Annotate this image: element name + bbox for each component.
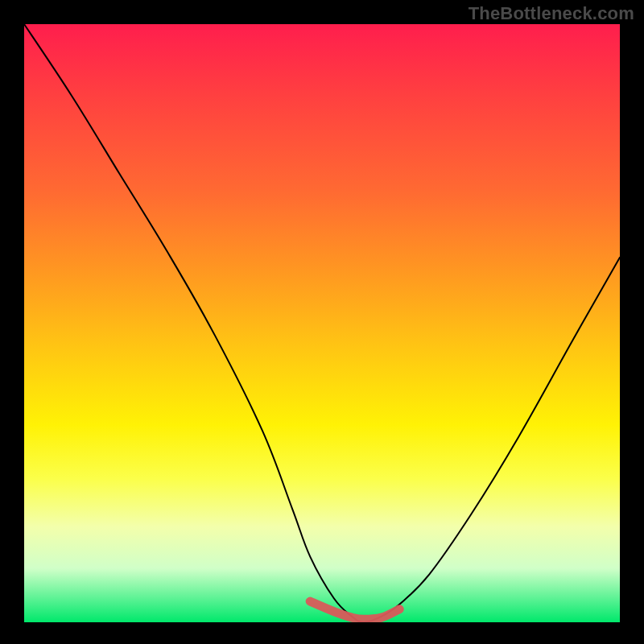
chart-frame: TheBottleneck.com [0,0,644,644]
bottleneck-curve [24,24,620,622]
watermark-text: TheBottleneck.com [469,3,634,24]
valley-marker [310,601,399,619]
chart-svg [24,24,620,622]
plot-area [24,24,620,622]
